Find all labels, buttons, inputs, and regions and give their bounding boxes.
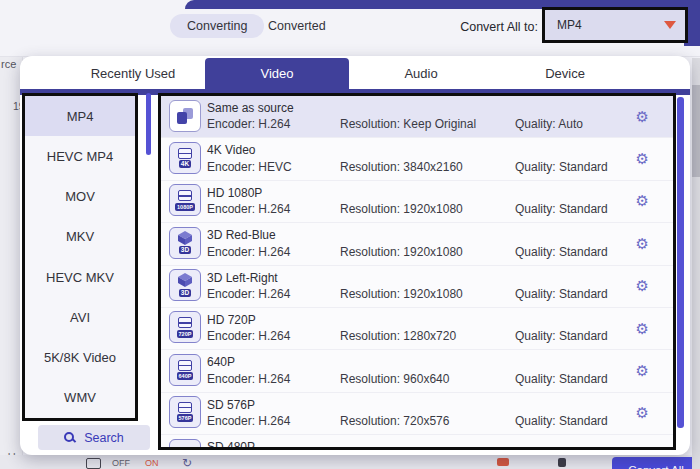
gear-icon[interactable]: ⚙ [636, 321, 649, 336]
container-sidebar: MP4HEVC MP4MOVMKVHEVC MKVAVI5K/8K VideoW… [22, 93, 138, 421]
preset-encoder: Encoder: H.264 [207, 245, 290, 259]
preset-name: 3D Red-Blue [207, 228, 276, 242]
preset-row[interactable]: Same as source Encoder: H.264 Resolution… [161, 96, 673, 138]
gear-icon[interactable]: ⚙ [636, 364, 649, 379]
resolution-badge: 4K [179, 160, 191, 168]
folder-red-icon [497, 458, 509, 466]
hardware-off-toggle[interactable]: OFF [112, 458, 130, 468]
list-scrollbar-thumb[interactable] [677, 97, 684, 428]
preset-row[interactable]: 640P 640P Encoder: H.264 Resolution: 960… [161, 350, 673, 392]
cube-3d-icon: 3D [169, 269, 201, 301]
preset-quality: Quality: Standard [515, 160, 608, 174]
cube-3d-icon: 3D [169, 227, 201, 259]
preset-row[interactable]: SD 480P ⚙ [161, 435, 673, 450]
convert-all-button[interactable]: Convert All [612, 457, 700, 469]
gear-icon[interactable]: ⚙ [636, 406, 649, 421]
hardware-on-toggle[interactable]: ON [145, 458, 159, 468]
preset-quality: Quality: Standard [515, 329, 608, 343]
preset-encoder: Encoder: H.264 [207, 202, 290, 216]
tab-converted[interactable]: Converted [268, 19, 326, 33]
preset-name: HD 1080P [207, 186, 262, 200]
copy-icon [169, 100, 201, 132]
window-scrollbar-thumb[interactable] [692, 85, 700, 177]
format-tabs: Recently UsedVideoAudioDevice [61, 58, 637, 89]
tab-converting[interactable]: Converting [170, 14, 264, 38]
refresh-icon: ↻ [182, 456, 192, 469]
film-icon: 576P [169, 396, 201, 428]
format-dropdown-value: MP4 [557, 18, 664, 32]
preset-list: Same as source Encoder: H.264 Resolution… [158, 93, 676, 450]
tab-audio[interactable]: Audio [349, 58, 493, 89]
tab-video[interactable]: Video [205, 58, 349, 89]
top-bar: Converting Converted Convert All to: MP4 [0, 0, 700, 57]
preset-quality: Quality: Standard [515, 245, 608, 259]
preset-resolution: Resolution: 3840x2160 [340, 160, 463, 174]
resolution-badge: 3D [179, 289, 191, 297]
sidebar-item-mp4[interactable]: MP4 [25, 96, 135, 136]
format-dialog: Recently UsedVideoAudioDevice MP4HEVC MP… [20, 56, 690, 455]
gear-icon[interactable]: ⚙ [636, 279, 649, 294]
clipboard-icon [86, 458, 101, 469]
resolution-badge: 1080P [175, 203, 195, 211]
preset-resolution: Resolution: 1280x720 [340, 329, 456, 343]
preset-name: Same as source [207, 101, 294, 115]
film-icon [169, 439, 201, 450]
preset-row[interactable]: 3D 3D Left-Right Encoder: H.264 Resoluti… [161, 266, 673, 308]
preset-resolution: Resolution: 720x576 [340, 414, 449, 428]
sidebar-item-mkv[interactable]: MKV [25, 217, 135, 257]
gear-icon[interactable]: ⚙ [636, 194, 649, 209]
preset-quality: Quality: Standard [515, 414, 608, 428]
film-icon: 4K [169, 142, 201, 174]
sidebar-item-mov[interactable]: MOV [25, 177, 135, 217]
film-icon: 640P [169, 354, 201, 386]
preset-encoder: Encoder: HEVC [207, 160, 292, 174]
preset-quality: Quality: Standard [515, 202, 608, 216]
film-icon: 720P [169, 311, 201, 343]
preset-name: 640P [207, 355, 235, 369]
preset-name: SD 480P [207, 440, 255, 450]
preset-name: HD 720P [207, 313, 256, 327]
preset-encoder: Encoder: H.264 [207, 117, 290, 131]
resolution-badge: 3D [179, 246, 191, 254]
preset-resolution: Resolution: 960x640 [340, 372, 449, 386]
sidebar-item-wmv[interactable]: WMV [25, 378, 135, 418]
preset-name: 3D Left-Right [207, 271, 278, 285]
preset-encoder: Encoder: H.264 [207, 287, 290, 301]
search-button-label: Search [84, 431, 124, 445]
tab-device[interactable]: Device [493, 58, 637, 89]
gear-icon[interactable]: ⚙ [636, 236, 649, 251]
chevron-down-icon [664, 21, 676, 29]
preset-name: 4K Video [207, 143, 256, 157]
gear-icon[interactable]: ⚙ [636, 152, 649, 167]
preset-row[interactable]: 1080P HD 1080P Encoder: H.264 Resolution… [161, 181, 673, 223]
preset-quality: Quality: Auto [515, 117, 583, 131]
resolution-badge: 576P [177, 414, 194, 422]
sidebar-scrollbar-thumb[interactable] [146, 93, 151, 155]
preset-row[interactable]: 3D 3D Red-Blue Encoder: H.264 Resolution… [161, 223, 673, 265]
sidebar-item-hevc-mp4[interactable]: HEVC MP4 [25, 136, 135, 176]
gear-icon[interactable]: ⚙ [636, 109, 649, 124]
preset-resolution: Resolution: 1920x1080 [340, 202, 463, 216]
tab-recently-used[interactable]: Recently Used [61, 58, 205, 89]
preset-resolution: Resolution: 1920x1080 [340, 287, 463, 301]
preset-row[interactable]: 576P SD 576P Encoder: H.264 Resolution: … [161, 393, 673, 435]
preset-row[interactable]: 4K 4K Video Encoder: HEVC Resolution: 38… [161, 138, 673, 180]
preset-encoder: Encoder: H.264 [207, 414, 290, 428]
convert-all-to-label: Convert All to: [448, 20, 538, 34]
preset-resolution: Resolution: Keep Original [340, 117, 476, 131]
cube-glyph [177, 273, 193, 287]
preset-resolution: Resolution: 1920x1080 [340, 245, 463, 259]
preset-quality: Quality: Standard [515, 372, 608, 386]
sidebar-item-avi[interactable]: AVI [25, 297, 135, 337]
preset-encoder: Encoder: H.264 [207, 329, 290, 343]
preset-row[interactable]: 720P HD 720P Encoder: H.264 Resolution: … [161, 308, 673, 350]
sidebar-item-hevc-mkv[interactable]: HEVC MKV [25, 257, 135, 297]
preset-quality: Quality: Standard [515, 287, 608, 301]
search-button[interactable]: Search [38, 425, 150, 450]
cube-glyph [177, 231, 193, 245]
resolution-badge: 640P [177, 372, 194, 380]
sidebar-item-5k-8k-video[interactable]: 5K/8K Video [25, 338, 135, 378]
tool-icon [558, 458, 566, 467]
preset-name: SD 576P [207, 398, 255, 412]
format-dropdown[interactable]: MP4 [542, 7, 688, 43]
